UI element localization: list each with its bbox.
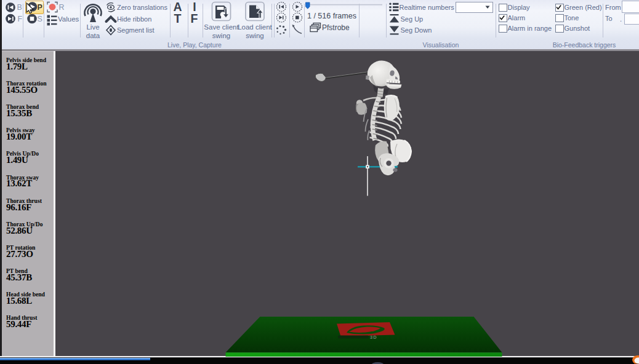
- svg-text:3D: 3D: [370, 334, 377, 340]
